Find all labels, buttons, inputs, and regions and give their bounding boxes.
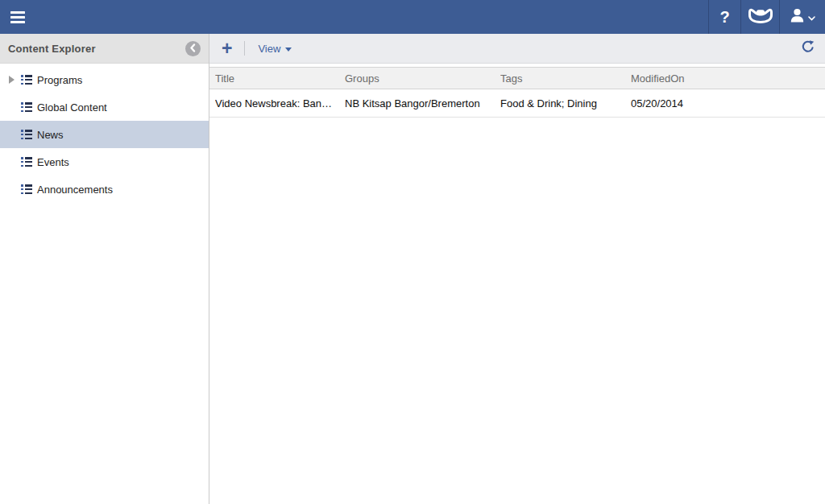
help-button[interactable]: ? xyxy=(708,0,740,34)
tree-item-programs[interactable]: Programs xyxy=(0,66,209,93)
menu-hamburger-icon[interactable] xyxy=(0,0,35,34)
tree-item-global-content[interactable]: Global Content xyxy=(0,93,209,121)
tree-item-label: Events xyxy=(37,156,69,168)
list-icon xyxy=(21,102,32,112)
expander-arrow-icon[interactable] xyxy=(9,76,15,84)
sidebar-header: Content Explorer xyxy=(0,34,209,64)
inbox-tray-icon xyxy=(748,8,773,27)
table-header-row: Title Groups Tags ModifiedOn xyxy=(209,67,825,89)
sidebar-collapse-button[interactable] xyxy=(185,41,201,56)
chevron-left-icon xyxy=(189,41,197,56)
column-header-modifiedon[interactable]: ModifiedOn xyxy=(631,72,825,85)
top-navigation-bar: ? xyxy=(0,0,825,34)
cell-title: Video Newsbreak: Bango... xyxy=(215,97,345,109)
view-dropdown-button[interactable]: View xyxy=(251,43,298,55)
tree-item-label: Announcements xyxy=(37,184,113,196)
column-header-groups[interactable]: Groups xyxy=(345,72,500,85)
refresh-button[interactable] xyxy=(801,39,815,57)
list-icon xyxy=(21,184,32,194)
list-icon xyxy=(21,157,32,167)
question-mark-icon: ? xyxy=(719,9,729,25)
user-menu-button[interactable] xyxy=(779,0,825,34)
sidebar-title: Content Explorer xyxy=(8,43,96,55)
list-icon xyxy=(21,130,32,139)
tree-item-events[interactable]: Events xyxy=(0,148,209,176)
tree-item-news[interactable]: News xyxy=(0,121,209,148)
tree-item-label: Programs xyxy=(37,74,82,86)
toolbar-divider xyxy=(244,41,245,56)
list-icon xyxy=(21,75,32,85)
cell-modifiedon: 05/20/2014 xyxy=(631,97,825,109)
content-explorer-sidebar: Content Explorer Programs xyxy=(0,34,209,504)
chevron-down-icon xyxy=(808,10,815,24)
person-icon xyxy=(790,8,805,27)
content-table: Title Groups Tags ModifiedOn Video Newsb… xyxy=(209,67,825,118)
tree-item-label: Global Content xyxy=(37,101,107,114)
inbox-button[interactable] xyxy=(740,0,779,34)
refresh-icon xyxy=(801,39,815,57)
main-content-panel: + View Title Groups Tags Modifie xyxy=(209,34,825,504)
cell-groups: NB Kitsap Bangor/Bremerton xyxy=(345,97,500,109)
view-dropdown-label: View xyxy=(258,43,280,55)
workspace: Content Explorer Programs xyxy=(0,34,825,504)
content-toolbar: + View xyxy=(209,34,825,64)
topbar-right-group: ? xyxy=(708,0,825,34)
caret-down-icon xyxy=(285,48,292,52)
content-tree: Programs Global Content News xyxy=(0,64,209,203)
column-header-title[interactable]: Title xyxy=(215,72,345,85)
column-header-tags[interactable]: Tags xyxy=(500,72,631,85)
table-row[interactable]: Video Newsbreak: Bango... NB Kitsap Bang… xyxy=(209,89,825,118)
add-content-button[interactable]: + xyxy=(216,40,238,56)
tree-item-announcements[interactable]: Announcements xyxy=(0,176,209,203)
tree-item-label: News xyxy=(37,129,64,141)
cell-tags: Food & Drink; Dining xyxy=(500,97,631,109)
